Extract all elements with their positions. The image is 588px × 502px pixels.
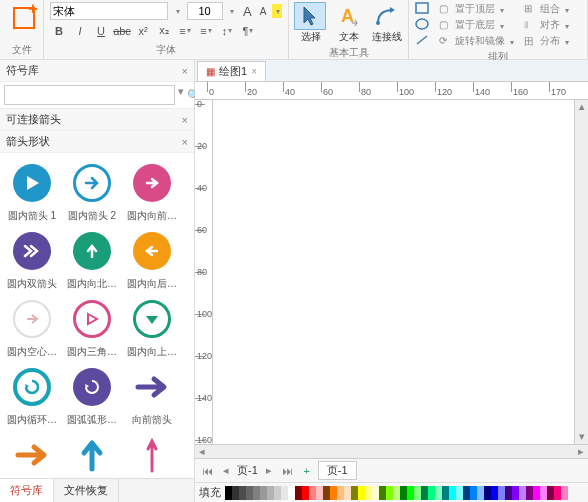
color-swatch[interactable] <box>512 486 519 500</box>
decrease-font-icon[interactable]: A <box>257 2 270 20</box>
color-swatch[interactable] <box>428 486 435 500</box>
color-swatch[interactable] <box>351 486 358 500</box>
color-swatch[interactable] <box>554 486 561 500</box>
color-swatch[interactable] <box>421 486 428 500</box>
increase-font-icon[interactable]: A <box>241 2 254 20</box>
color-swatch[interactable] <box>561 486 568 500</box>
horizontal-scrollbar[interactable]: ◂ ▸ <box>195 444 588 458</box>
shape-item[interactable]: 向前箭头 <box>124 363 180 427</box>
color-swatch[interactable] <box>442 486 449 500</box>
color-swatch[interactable] <box>435 486 442 500</box>
shape-item[interactable]: 圆内箭头 2 <box>64 159 120 223</box>
bring-front-button[interactable]: ▢置于顶层 <box>439 2 514 16</box>
subscript-button[interactable]: x₂ <box>155 22 173 40</box>
shape-item[interactable]: 圆内向前… <box>124 159 180 223</box>
text-tool[interactable]: A 文本 <box>332 2 366 44</box>
bullet-list-icon[interactable]: ≡ <box>176 22 194 40</box>
shape-item[interactable]: 圆内双箭头 <box>4 227 60 291</box>
send-back-button[interactable]: ▢置于底层 <box>439 18 514 32</box>
shape-item[interactable] <box>124 431 180 478</box>
new-file-icon[interactable] <box>8 2 36 30</box>
shape-item[interactable]: 圆内向上… <box>124 295 180 359</box>
shape-rect-icon[interactable] <box>415 2 429 16</box>
group-button[interactable]: ⊞组合 <box>524 2 569 16</box>
color-swatch[interactable] <box>456 486 463 500</box>
last-page-icon[interactable]: ⏭ <box>280 463 296 479</box>
number-list-icon[interactable]: ≡ <box>197 22 215 40</box>
strike-button[interactable]: abc <box>113 22 131 40</box>
shape-item[interactable]: 圆内向后… <box>124 227 180 291</box>
close-category-icon[interactable]: × <box>182 136 188 148</box>
shape-item[interactable] <box>64 431 120 478</box>
color-swatch[interactable] <box>372 486 379 500</box>
shape-item[interactable]: 圆弧弧形… <box>64 363 120 427</box>
color-swatch[interactable] <box>288 486 295 500</box>
align-button[interactable]: ⫴对齐 <box>524 18 569 32</box>
close-tab-icon[interactable]: × <box>251 66 257 77</box>
drawing-canvas[interactable] <box>213 100 574 444</box>
highlight-color-icon[interactable] <box>272 4 282 18</box>
color-swatch[interactable] <box>386 486 393 500</box>
select-tool[interactable]: 选择 <box>294 2 328 44</box>
color-swatch[interactable] <box>253 486 260 500</box>
rotate-mirror-button[interactable]: ⟳旋转和镜像 <box>439 34 514 48</box>
color-swatch[interactable] <box>344 486 351 500</box>
footer-tab-recovery[interactable]: 文件恢复 <box>54 479 119 502</box>
shape-item[interactable]: 圆内箭头 1 <box>4 159 60 223</box>
color-swatch[interactable] <box>400 486 407 500</box>
close-category-icon[interactable]: × <box>182 114 188 126</box>
category-arrow-shapes[interactable]: 箭头形状 <box>6 134 50 149</box>
color-swatch[interactable] <box>449 486 456 500</box>
distribute-button[interactable]: 田分布 <box>524 34 569 48</box>
color-swatch[interactable] <box>519 486 526 500</box>
next-page-icon[interactable]: ▸ <box>261 463 277 479</box>
color-swatch[interactable] <box>281 486 288 500</box>
shape-item[interactable]: 圆内三角… <box>64 295 120 359</box>
shape-item[interactable] <box>4 431 60 478</box>
color-swatch[interactable] <box>316 486 323 500</box>
color-swatch[interactable] <box>491 486 498 500</box>
document-tab[interactable]: ▦ 绘图1 × <box>197 61 266 81</box>
color-swatch[interactable] <box>393 486 400 500</box>
bold-button[interactable]: B <box>50 22 68 40</box>
underline-button[interactable]: U <box>92 22 110 40</box>
paragraph-icon[interactable]: ¶ <box>239 22 257 40</box>
color-swatch[interactable] <box>246 486 253 500</box>
color-swatch[interactable] <box>470 486 477 500</box>
search-dropdown-icon[interactable]: ▾ <box>178 85 184 105</box>
vertical-scrollbar[interactable]: ▴ ▾ <box>574 100 588 444</box>
color-swatch[interactable] <box>330 486 337 500</box>
superscript-button[interactable]: x² <box>134 22 152 40</box>
color-swatch[interactable] <box>540 486 547 500</box>
shape-item[interactable]: 圆内空心… <box>4 295 60 359</box>
color-swatch[interactable] <box>232 486 239 500</box>
color-swatch[interactable] <box>295 486 302 500</box>
shape-item[interactable]: 圆内循环… <box>4 363 60 427</box>
color-swatch[interactable] <box>533 486 540 500</box>
color-swatch[interactable] <box>414 486 421 500</box>
footer-tab-library[interactable]: 符号库 <box>0 479 54 502</box>
color-swatch[interactable] <box>274 486 281 500</box>
first-page-icon[interactable]: ⏮ <box>199 463 215 479</box>
color-swatch[interactable] <box>365 486 372 500</box>
color-swatch[interactable] <box>260 486 267 500</box>
prev-page-icon[interactable]: ◂ <box>218 463 234 479</box>
line-spacing-icon[interactable]: ↕ <box>218 22 236 40</box>
color-swatch[interactable] <box>239 486 246 500</box>
category-connectable-arrows[interactable]: 可连接箭头 <box>6 112 61 127</box>
color-swatch[interactable] <box>267 486 274 500</box>
color-swatch[interactable] <box>484 486 491 500</box>
page-tab[interactable]: 页-1 <box>318 461 357 480</box>
color-swatch[interactable] <box>225 486 232 500</box>
color-swatch[interactable] <box>358 486 365 500</box>
color-swatch[interactable] <box>505 486 512 500</box>
color-swatch[interactable] <box>526 486 533 500</box>
color-swatch[interactable] <box>323 486 330 500</box>
color-swatch[interactable] <box>463 486 470 500</box>
color-swatch[interactable] <box>379 486 386 500</box>
color-swatch[interactable] <box>337 486 344 500</box>
symbol-search-input[interactable] <box>4 85 175 105</box>
color-swatch[interactable] <box>302 486 309 500</box>
connector-tool[interactable]: 连接线 <box>370 2 404 44</box>
shape-line-icon[interactable] <box>415 34 429 48</box>
